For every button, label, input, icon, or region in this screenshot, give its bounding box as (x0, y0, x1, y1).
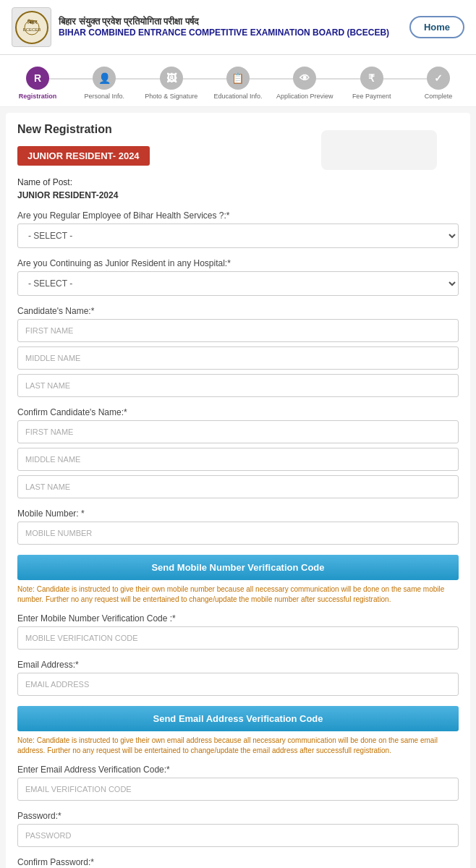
email-verification-label: Enter Email Address Verification Code:* (17, 765, 459, 775)
step-label-6: Fee Payment (352, 93, 391, 101)
candidate-name-label: Candidate's Name:* (17, 306, 459, 316)
eng-title: BIHAR COMBINED ENTRANCE COMPETITIVE EXAM… (59, 27, 389, 39)
mobile-verification-label: Enter Mobile Number Verification Code :* (17, 613, 459, 624)
continuing-resident-label: Are you Continuing as Junior Resident in… (17, 258, 459, 268)
step-fee[interactable]: ₹ Fee Payment (343, 67, 401, 101)
confirm-last-name-input[interactable] (17, 475, 459, 498)
step-circle-2: 👤 (93, 67, 116, 90)
header: बिहार BCECEB बिहार संयुक्त प्रवेश प्रतिय… (0, 0, 476, 55)
email-label: Email Address:* (17, 660, 459, 670)
confirm-name-group: Confirm Candidate's Name:* (17, 407, 459, 500)
confirm-name-label: Confirm Candidate's Name:* (17, 407, 459, 417)
last-name-input[interactable] (17, 374, 459, 397)
step-complete[interactable]: ✓ Complete (409, 67, 467, 101)
candidate-name-group: Candidate's Name:* (17, 306, 459, 399)
stepper: R Registration 👤 Personal Info. 🖼 Photo … (9, 67, 467, 101)
email-verification-input[interactable] (17, 778, 459, 801)
step-preview[interactable]: 👁 Application Preview (276, 67, 333, 101)
post-field-group: Name of Post: JUNIOR RESIDENT-2024 (17, 177, 459, 200)
confirm-middle-name-input[interactable] (17, 448, 459, 471)
step-circle-6: ₹ (360, 67, 383, 90)
header-text: बिहार संयुक्त प्रवेश प्रतियोगिता परीक्षा… (59, 16, 389, 39)
home-button[interactable]: Home (409, 16, 464, 38)
continuing-resident-select[interactable]: - SELECT - (17, 271, 459, 296)
mobile-input[interactable] (17, 522, 459, 545)
confirm-password-label: Confirm Password:* (17, 857, 459, 867)
exam-badge: JUNIOR RESIDENT- 2024 (17, 146, 150, 166)
confirm-first-name-input[interactable] (17, 420, 459, 443)
step-circle-4: 📋 (226, 67, 250, 90)
continuing-resident-group: Are you Continuing as Junior Resident in… (17, 258, 459, 297)
email-input[interactable] (17, 673, 459, 696)
step-circle-5: 👁 (293, 67, 316, 90)
post-value: JUNIOR RESIDENT-2024 (17, 190, 118, 200)
step-education[interactable]: 📋 Educational Info. (209, 67, 267, 101)
regular-employee-select[interactable]: - SELECT - (17, 224, 459, 248)
mobile-note: Note: Candidate is instructed to give th… (17, 584, 459, 605)
post-label: Name of Post: (17, 177, 459, 187)
step-label-2: Personal Info. (85, 93, 125, 101)
step-label-4: Educational Info. (213, 93, 262, 101)
step-circle-7: ✓ (427, 67, 450, 90)
email-group: Email Address:* (17, 660, 459, 697)
regular-employee-group: Are you Regular Employee of Bihar Health… (17, 210, 459, 250)
password-group: Password:* (17, 811, 459, 848)
password-label: Password:* (17, 811, 459, 821)
bg-decoration (321, 130, 437, 170)
step-registration[interactable]: R Registration (9, 67, 67, 101)
email-note: Note: Candidate is instructed to give th… (17, 736, 459, 756)
confirm-password-group: Confirm Password:* (17, 857, 459, 868)
send-email-verification-button[interactable]: Send Email Address Verification Code (17, 706, 459, 731)
first-name-input[interactable] (17, 319, 459, 342)
step-label-7: Complete (425, 93, 453, 101)
mobile-label: Mobile Number: * (17, 509, 459, 519)
step-label-1: Registration (19, 93, 57, 101)
password-input[interactable] (17, 824, 459, 847)
mobile-verification-group: Enter Mobile Number Verification Code :* (17, 613, 459, 651)
stepper-container: R Registration 👤 Personal Info. 🖼 Photo … (0, 55, 476, 107)
step-label-3: Photo & Signature (145, 93, 197, 101)
title-area: New Registration (17, 123, 459, 136)
mobile-number-group: Mobile Number: * (17, 509, 459, 546)
send-mobile-verification-button[interactable]: Send Mobile Number Verification Code (17, 555, 459, 580)
step-circle-3: 🖼 (160, 67, 183, 90)
middle-name-input[interactable] (17, 346, 459, 370)
step-label-5: Application Preview (276, 93, 333, 101)
email-verification-group: Enter Email Address Verification Code:* (17, 765, 459, 802)
mobile-verification-input[interactable] (17, 626, 459, 650)
step-circle-1: R (26, 67, 49, 90)
regular-employee-label: Are you Regular Employee of Bihar Health… (17, 210, 459, 221)
main-content: New Registration JUNIOR RESIDENT- 2024 N… (6, 113, 470, 868)
hindi-title: बिहार संयुक्त प्रवेश प्रतियोगिता परीक्षा… (59, 16, 389, 27)
header-left: बिहार BCECEB बिहार संयुक्त प्रवेश प्रतिय… (12, 7, 389, 47)
step-personal[interactable]: 👤 Personal Info. (75, 67, 133, 101)
logo-icon: बिहार BCECEB (12, 7, 51, 47)
step-photo[interactable]: 🖼 Photo & Signature (143, 67, 200, 101)
